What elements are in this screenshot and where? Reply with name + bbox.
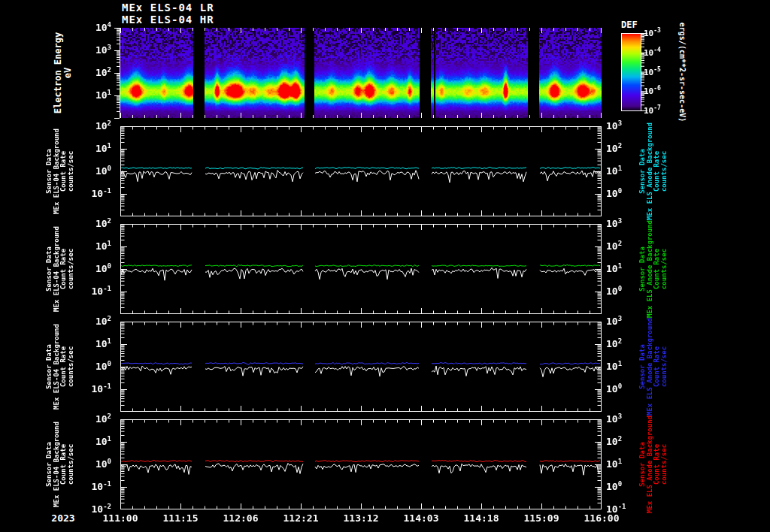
y-tick-label: 102 <box>74 67 111 78</box>
time-tick-label: 113:12 <box>337 512 385 524</box>
y-tick-label: 10-1 <box>74 188 111 199</box>
y-tick-label: 10-1 <box>74 481 111 492</box>
y-tick-label: 103 <box>606 218 644 229</box>
y-tick-label: 101 <box>74 338 111 349</box>
time-tick-label: 111:00 <box>96 512 144 524</box>
axis-label-line: counts/sec <box>661 220 668 318</box>
y-tick-label: 103 <box>74 44 111 56</box>
axis-label-line: counts/sec <box>68 422 75 507</box>
time-tick-label: 115:09 <box>517 512 565 524</box>
plot-title-hr: MEx ELS-04 HR <box>122 14 214 26</box>
y-tick-label: 101 <box>74 240 111 252</box>
time-tick-label: 116:00 <box>578 512 626 524</box>
axis-label-line: counts/sec <box>68 226 75 312</box>
y-tick-label: 10-5 <box>644 67 681 78</box>
time-tick-label: 114:18 <box>457 512 505 524</box>
plot-root: MEx ELS-04 LR MEx ELS-04 HR Electron Ene… <box>0 0 770 532</box>
line-panel-canvas-4 <box>120 419 602 509</box>
time-tick-label: 111:15 <box>156 512 205 524</box>
y-tick-label: 102 <box>74 316 111 327</box>
y-tick-label: 102 <box>74 218 111 229</box>
y-tick-label: 10-3 <box>644 28 681 39</box>
y-tick-label: 100 <box>74 263 111 274</box>
time-tick-label: 114:03 <box>397 512 445 524</box>
axis-label-line: counts/sec <box>661 416 668 513</box>
line-panel-canvas-2 <box>120 224 602 314</box>
y-tick-label: 104 <box>74 22 111 33</box>
time-tick-label: 112:06 <box>217 512 265 524</box>
electron-energy-label-line2: eV <box>63 32 73 113</box>
y-tick-label: 10-1 <box>74 383 111 394</box>
spectrogram-canvas <box>120 28 602 118</box>
axis-label-line: counts/sec <box>661 318 668 416</box>
y-tick-label: 100 <box>74 361 111 372</box>
plot-title-lr: MEx ELS-04 LR <box>122 2 214 14</box>
y-tick-label: 102 <box>74 120 111 131</box>
line-panel-canvas-3 <box>120 322 602 412</box>
colorbar-title: DEF <box>621 20 638 30</box>
axis-label-line: counts/sec <box>68 128 75 214</box>
y-tick-label: 101 <box>74 143 111 154</box>
y-tick-label: 103 <box>606 316 644 327</box>
y-tick-label: 10-7 <box>644 105 681 116</box>
y-tick-label: 103 <box>606 120 644 131</box>
y-tick-label: 10-4 <box>644 47 681 59</box>
axis-label-line: counts/sec <box>661 122 668 220</box>
y-tick-label: 101 <box>74 436 111 447</box>
y-tick-label: 10-1 <box>74 286 111 297</box>
y-tick-label: 103 <box>606 413 644 425</box>
y-tick-label: 10-6 <box>644 86 681 97</box>
y-tick-label: 100 <box>74 165 111 177</box>
axis-label-line: counts/sec <box>68 324 75 410</box>
y-tick-label: 101 <box>74 89 111 101</box>
y-tick-label: 100 <box>74 458 111 470</box>
line-panel-canvas-1 <box>120 126 602 216</box>
y-tick-label: 102 <box>74 413 111 425</box>
time-tick-label: 112:21 <box>277 512 325 524</box>
